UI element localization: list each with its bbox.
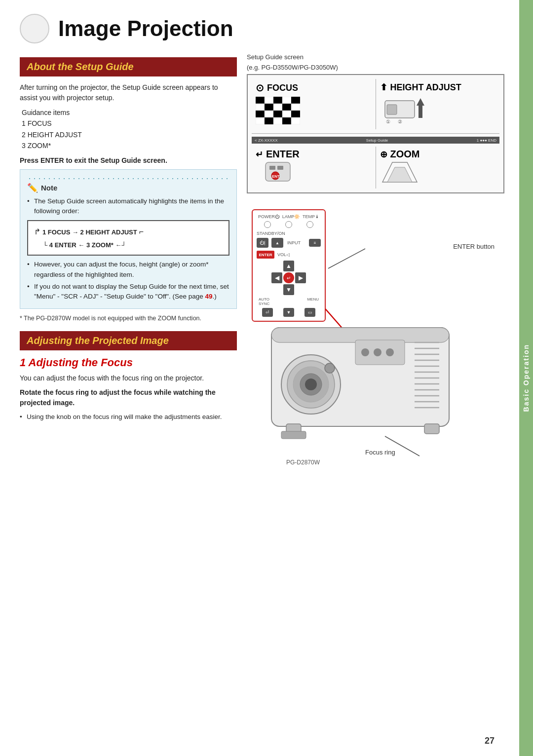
guidance-label: Guidance items — [22, 109, 70, 116]
svg-rect-1 — [265, 97, 273, 104]
bold-instruction: Press ENTER to exit the Setup Guide scre… — [20, 156, 237, 164]
svg-point-59 — [361, 348, 369, 356]
svg-rect-18 — [282, 117, 291, 124]
section2-title: Adjusting the Projected Image — [27, 335, 230, 346]
svg-rect-8 — [282, 104, 291, 111]
enter-label: ENTER — [266, 149, 300, 160]
footnote: * The PG-D2870W model is not equipped wi… — [20, 314, 237, 323]
section1-bar: About the Setup Guide — [20, 57, 237, 76]
svg-rect-12 — [273, 111, 282, 117]
svg-line-34 — [328, 249, 365, 268]
title-circle-icon — [20, 14, 49, 43]
section1-body1: After turning on the projector, the Setu… — [20, 82, 237, 103]
focus-label: FOCUS — [267, 83, 298, 93]
note-icon: ✏️ — [27, 183, 38, 193]
svg-rect-9 — [291, 104, 300, 111]
section2-bold-instruction: Rotate the focus ring to adjust the focu… — [20, 387, 237, 408]
focus-ring-label: Focus ring — [365, 449, 395, 456]
subsection-title: 1 Adjusting the Focus — [20, 356, 237, 369]
svg-rect-11 — [265, 111, 273, 117]
svg-text:①: ① — [386, 119, 390, 123]
svg-rect-14 — [291, 111, 300, 117]
section2-bullet1: Using the knob on the focus ring will ma… — [20, 412, 237, 422]
svg-point-53 — [305, 378, 317, 390]
enter-remote-svg: ENT — [256, 160, 295, 185]
svg-rect-4 — [291, 97, 300, 104]
guidance-item-3: 3 ZOOM* — [22, 142, 51, 150]
svg-marker-22 — [417, 98, 424, 118]
svg-text:ENT: ENT — [272, 174, 280, 179]
zoom-label: ZOOM — [390, 149, 420, 160]
svg-rect-6 — [265, 104, 273, 111]
note-box: ✏️ Note The Setup Guide screen automatic… — [20, 169, 237, 309]
svg-point-60 — [374, 348, 381, 356]
projector-illustration-svg — [257, 298, 474, 471]
svg-rect-13 — [282, 111, 291, 117]
svg-rect-19 — [291, 117, 300, 124]
setup-guide-caption2: (e.g. PG-D3550W/PG-D3050W) — [247, 64, 504, 71]
svg-point-61 — [386, 348, 394, 356]
model-label: PG-D2870W — [286, 459, 320, 466]
svg-rect-17 — [273, 117, 282, 124]
note-bullet2: However, you can adjust the focus, heigh… — [27, 260, 229, 280]
note-bullet1: The Setup Guide screen automatically hig… — [27, 196, 229, 217]
svg-text:②: ② — [398, 119, 402, 123]
svg-rect-56 — [424, 424, 439, 434]
right-sidebar: Basic Operation — [519, 0, 533, 756]
svg-rect-21 — [387, 105, 397, 114]
guidance-block: Guidance items 1 FOCUS 2 HEIGHT ADJUST 3… — [22, 107, 237, 151]
setup-guide-caption1: Setup Guide screen — [247, 53, 504, 61]
section2-body1: You can adjust the focus with the focus … — [20, 373, 237, 383]
setup-guide-screen: ⊙ FOCUS — [247, 74, 504, 193]
svg-rect-3 — [282, 97, 291, 104]
svg-rect-0 — [256, 97, 265, 104]
height-adjust-svg: ① ② — [380, 96, 429, 123]
section2-bar: Adjusting the Projected Image — [20, 331, 237, 350]
svg-rect-27 — [277, 166, 283, 170]
svg-rect-26 — [269, 166, 275, 170]
svg-rect-2 — [273, 97, 282, 104]
enter-button-label: ENTER button — [453, 243, 495, 250]
zoom-svg — [380, 160, 419, 185]
page-title: Image Projection — [58, 16, 233, 41]
svg-rect-10 — [256, 111, 265, 117]
flow-diagram: ↱ 1 FOCUS → 2 HEIGHT ADJUST ⌐ └ 4 ENTER … — [27, 220, 229, 256]
svg-marker-31 — [387, 167, 412, 182]
section1-title: About the Setup Guide — [27, 61, 230, 73]
device-area: POWER⏻ LAMP🔆 TEMP🌡 STANDBY/ON ⏻| — [247, 199, 504, 476]
guidance-item-2: 2 HEIGHT ADJUST — [22, 131, 82, 139]
svg-rect-7 — [273, 104, 282, 111]
checkerboard-svg — [256, 97, 300, 124]
svg-rect-15 — [256, 117, 265, 124]
note-bullet3: If you do not want to display the Setup … — [27, 282, 229, 302]
page-number: 27 — [485, 736, 495, 746]
height-adjust-label: HEIGHT ADJUST — [390, 82, 461, 93]
svg-rect-5 — [256, 104, 265, 111]
svg-rect-57 — [281, 431, 306, 439]
svg-point-54 — [325, 363, 335, 373]
sidebar-label: Basic Operation — [522, 344, 530, 412]
note-label: Note — [41, 184, 57, 192]
svg-rect-16 — [265, 117, 273, 124]
guidance-item-1: 1 FOCUS — [22, 119, 52, 127]
